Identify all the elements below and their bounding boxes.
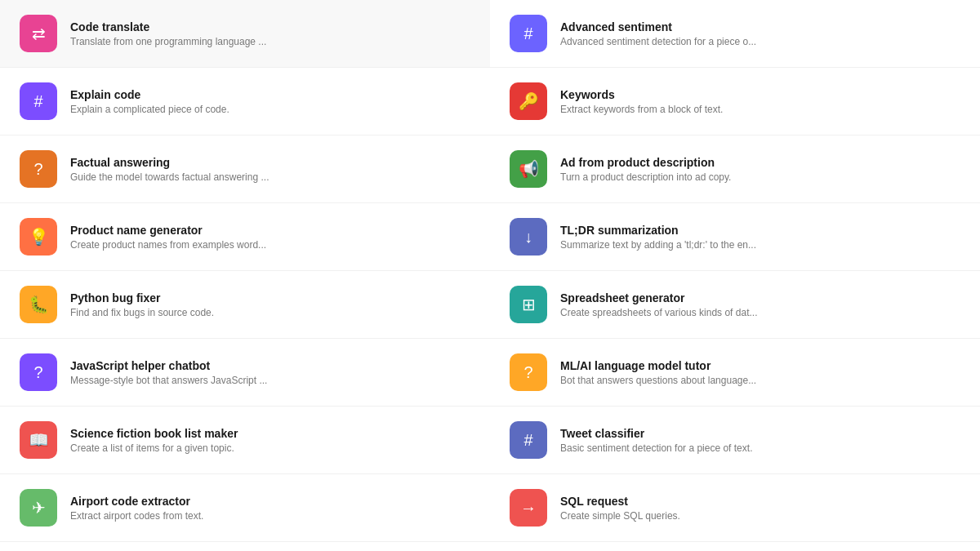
card-text-tweet-classifier: Tweet classifier Basic sentiment detecti… (560, 427, 960, 454)
card-spreadsheet-generator[interactable]: ⊞ Spreadsheet generator Create spreadshe… (490, 271, 980, 339)
card-keywords[interactable]: 🔑 Keywords Extract keywords from a block… (490, 68, 980, 136)
card-icon-advanced-sentiment: # (510, 15, 547, 52)
card-code-translate[interactable]: ⇄ Code translate Translate from one prog… (0, 0, 490, 68)
card-icon-ad-from-product: 📢 (510, 150, 547, 188)
card-product-name-generator[interactable]: 💡 Product name generator Create product … (0, 203, 490, 271)
card-title-javascript-helper-chatbot: JavaScript helper chatbot (70, 359, 470, 372)
card-icon-sql-request: → (510, 489, 547, 527)
card-desc-javascript-helper-chatbot: Message-style bot that answers JavaScrip… (70, 375, 470, 386)
card-desc-keywords: Extract keywords from a block of text. (560, 104, 960, 115)
card-title-spreadsheet-generator: Spreadsheet generator (560, 291, 960, 304)
card-python-bug-fixer[interactable]: 🐛 Python bug fixer Find and fix bugs in … (0, 271, 490, 339)
card-title-keywords: Keywords (560, 88, 960, 101)
card-icon-explain-code: # (20, 82, 57, 120)
card-desc-explain-code: Explain a complicated piece of code. (70, 104, 470, 115)
card-desc-tldr-summarization: Summarize text by adding a 'tl;dr:' to t… (560, 239, 960, 251)
card-science-fiction-book-list-maker[interactable]: 📖 Science fiction book list maker Create… (0, 407, 490, 474)
card-desc-ml-language-model-tutor: Bot that answers questions about languag… (560, 375, 960, 386)
card-title-ad-from-product: Ad from product description (560, 156, 960, 169)
card-text-science-fiction-book-list-maker: Science fiction book list maker Create a… (70, 427, 470, 454)
card-javascript-helper-chatbot[interactable]: ? JavaScript helper chatbot Message-styl… (0, 339, 490, 407)
card-title-ml-language-model-tutor: ML/AI language model tutor (560, 359, 960, 372)
card-text-spreadsheet-generator: Spreadsheet generator Create spreadsheet… (560, 291, 960, 318)
card-tldr-summarization[interactable]: ↓ TL;DR summarization Summarize text by … (490, 203, 980, 271)
card-title-product-name-generator: Product name generator (70, 224, 470, 237)
card-title-airport-code-extractor: Airport code extractor (70, 495, 470, 508)
card-icon-science-fiction-book-list-maker: 📖 (20, 421, 57, 459)
card-desc-airport-code-extractor: Extract airport codes from text. (70, 510, 470, 522)
card-text-javascript-helper-chatbot: JavaScript helper chatbot Message-style … (70, 359, 470, 386)
card-javascript-to-python[interactable]: → JavaScript to Python Convert simple Ja… (490, 542, 980, 551)
card-title-tweet-classifier: Tweet classifier (560, 427, 960, 440)
cards-grid: ⇄ Code translate Translate from one prog… (0, 0, 980, 551)
card-sql-request[interactable]: → SQL request Create simple SQL queries. (490, 474, 980, 542)
card-desc-ad-from-product: Turn a product description into ad copy. (560, 171, 960, 183)
card-explain-code[interactable]: # Explain code Explain a complicated pie… (0, 68, 490, 136)
card-airport-code-extractor[interactable]: ✈ Airport code extractor Extract airport… (0, 474, 490, 542)
card-text-ml-language-model-tutor: ML/AI language model tutor Bot that answ… (560, 359, 960, 386)
card-text-sql-request: SQL request Create simple SQL queries. (560, 495, 960, 522)
card-text-ad-from-product: Ad from product description Turn a produ… (560, 156, 960, 183)
card-ad-from-product[interactable]: 📢 Ad from product description Turn a pro… (490, 136, 980, 203)
card-title-tldr-summarization: TL;DR summarization (560, 224, 960, 237)
card-desc-science-fiction-book-list-maker: Create a list of items for a given topic… (70, 442, 470, 454)
card-ml-language-model-tutor[interactable]: ? ML/AI language model tutor Bot that an… (490, 339, 980, 407)
card-desc-advanced-sentiment: Advanced sentiment detection for a piece… (560, 36, 960, 47)
card-icon-keywords: 🔑 (510, 82, 547, 120)
card-icon-product-name-generator: 💡 (20, 218, 57, 256)
card-icon-tweet-classifier: # (510, 421, 547, 459)
card-title-code-translate: Code translate (70, 20, 470, 33)
card-title-explain-code: Explain code (70, 88, 470, 101)
card-text-tldr-summarization: TL;DR summarization Summarize text by ad… (560, 224, 960, 251)
card-text-keywords: Keywords Extract keywords from a block o… (560, 88, 960, 115)
card-text-product-name-generator: Product name generator Create product na… (70, 224, 470, 251)
card-desc-tweet-classifier: Basic sentiment detection for a piece of… (560, 442, 960, 454)
card-title-advanced-sentiment: Advanced sentiment (560, 20, 960, 33)
card-desc-product-name-generator: Create product names from examples word.… (70, 239, 470, 251)
card-desc-factual-answering: Guide the model towards factual answerin… (70, 171, 470, 183)
card-factual-answering[interactable]: ? Factual answering Guide the model towa… (0, 136, 490, 203)
card-title-python-bug-fixer: Python bug fixer (70, 291, 470, 304)
card-title-factual-answering: Factual answering (70, 156, 470, 169)
card-title-sql-request: SQL request (560, 495, 960, 508)
card-icon-factual-answering: ? (20, 150, 57, 188)
card-desc-spreadsheet-generator: Create spreadsheets of various kinds of … (560, 307, 960, 318)
card-desc-python-bug-fixer: Find and fix bugs in source code. (70, 307, 470, 318)
card-title-science-fiction-book-list-maker: Science fiction book list maker (70, 427, 470, 440)
card-icon-javascript-helper-chatbot: ? (20, 353, 57, 391)
card-icon-tldr-summarization: ↓ (510, 218, 547, 256)
card-text-code-translate: Code translate Translate from one progra… (70, 20, 470, 47)
card-icon-python-bug-fixer: 🐛 (20, 286, 57, 323)
card-extract-contact-information[interactable]: ✉ Extract contact information Extract co… (0, 542, 490, 551)
card-advanced-sentiment[interactable]: # Advanced sentiment Advanced sentiment … (490, 0, 980, 68)
card-icon-ml-language-model-tutor: ? (510, 353, 547, 391)
card-icon-code-translate: ⇄ (20, 15, 57, 52)
card-text-airport-code-extractor: Airport code extractor Extract airport c… (70, 495, 470, 522)
card-text-python-bug-fixer: Python bug fixer Find and fix bugs in so… (70, 291, 470, 318)
card-icon-spreadsheet-generator: ⊞ (510, 286, 547, 323)
card-desc-sql-request: Create simple SQL queries. (560, 510, 960, 522)
card-icon-airport-code-extractor: ✈ (20, 489, 57, 527)
card-tweet-classifier[interactable]: # Tweet classifier Basic sentiment detec… (490, 407, 980, 474)
card-desc-code-translate: Translate from one programming language … (70, 36, 470, 47)
card-text-factual-answering: Factual answering Guide the model toward… (70, 156, 470, 183)
card-text-explain-code: Explain code Explain a complicated piece… (70, 88, 470, 115)
card-text-advanced-sentiment: Advanced sentiment Advanced sentiment de… (560, 20, 960, 47)
